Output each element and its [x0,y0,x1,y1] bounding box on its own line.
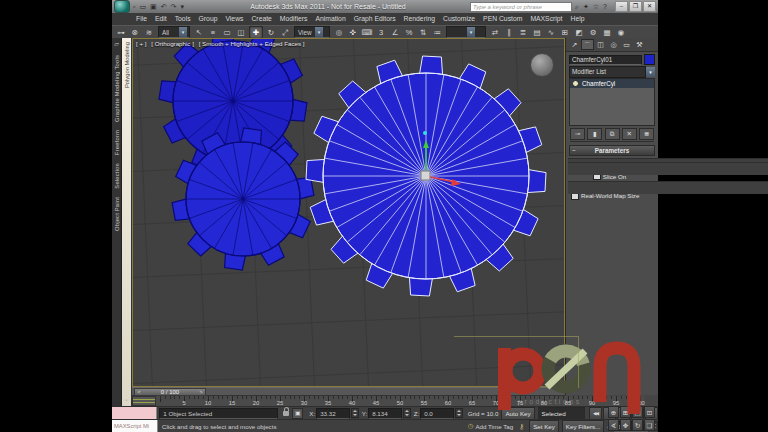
viewport-nav-label[interactable]: [ + ] [136,40,147,47]
configure-modifier-sets-button[interactable]: ≣ [639,128,654,140]
menu-item[interactable]: Rendering [400,13,439,25]
zoom-region-icon[interactable]: ⊡ [644,406,655,418]
zoom-extents-icon[interactable]: ◳ [632,406,643,418]
object-color-swatch[interactable] [644,54,655,65]
mirror-icon[interactable]: ⇄ [489,27,501,38]
make-unique-button[interactable]: ⧉ [605,128,620,140]
menu-item[interactable]: PEN Custom [479,13,526,25]
parameters-rollout-header[interactable]: − Parameters [569,145,655,156]
remove-modifier-button[interactable]: ✕ [622,128,637,140]
menu-item[interactable]: Edit [151,13,171,25]
pin-stack-button[interactable]: ⊸ [570,128,585,140]
select-object-icon[interactable]: ↖ [193,27,205,38]
x-spinner[interactable] [351,408,359,418]
menu-item[interactable]: Help [566,13,588,25]
maxscript-macro-recorder[interactable] [112,407,157,419]
rollout-collapse-icon[interactable]: − [570,147,578,154]
select-by-name-icon[interactable]: ≡ [207,27,219,38]
ribbon-tab[interactable]: Selection [114,163,120,189]
menu-item[interactable]: Animation [311,13,349,25]
go-to-start-button[interactable]: ◀◀ [589,407,602,420]
use-pivot-center-icon[interactable]: ◎ [333,27,345,38]
curve-editor-icon[interactable]: ∿ [545,27,557,38]
render-production-icon[interactable]: ◉ [615,27,627,38]
x-coordinate-field[interactable]: 33.32 [316,408,350,419]
fov-icon[interactable]: ∢ [608,419,619,431]
undo-icon[interactable]: ↶ [159,1,169,12]
menu-item[interactable]: Group [195,13,222,25]
set-key-button[interactable]: Set Key [529,420,559,432]
unlink-selection-icon[interactable]: ⊗ [129,27,141,38]
tab-display[interactable]: ▭ [620,39,633,50]
auto-key-button[interactable]: Auto Key [501,407,534,420]
rect-selection-region-icon[interactable]: ▭ [221,27,233,38]
maximize-viewport-icon[interactable]: ❏ [644,419,655,431]
viewport-label[interactable]: [ + ] [ Orthographic ] [ Smooth + Highli… [136,40,308,47]
open-mini-curve-editor-button[interactable] [132,396,156,406]
object-name-field[interactable]: ChamferCyl01 [569,55,642,65]
menu-item[interactable]: Create [247,13,275,25]
ribbon-tab[interactable]: Object Paint [114,197,120,231]
window-crossing-icon[interactable]: ◫ [235,27,247,38]
tab-motion[interactable]: ◎ [607,39,620,50]
snaps-toggle-icon[interactable]: 3 [375,27,387,38]
schematic-view-icon[interactable]: ⊞ [559,27,571,38]
app-logo-icon[interactable] [114,0,130,13]
viewcube-widget[interactable] [530,53,554,77]
select-and-link-icon[interactable]: ⊶ [115,27,127,38]
perspective-viewport[interactable]: [ + ] [ Orthographic ] [ Smooth + Highli… [132,38,565,387]
modifier-onoff-icon[interactable] [572,80,579,87]
layer-manager-icon[interactable]: ≣ [517,27,529,38]
chevron-down-icon[interactable]: ▾ [179,27,187,37]
viewport-pov-label[interactable]: [ Orthographic ] [151,40,194,47]
select-and-manipulate-icon[interactable]: ✜ [347,27,359,38]
menu-item[interactable]: MAXScript [526,13,566,25]
render-setup-icon[interactable]: ⚙ [587,27,599,38]
absolute-mode-icon[interactable]: ▣ [292,408,303,419]
previous-frame-arrow-icon[interactable]: < [135,389,143,395]
qat-dropdown-icon[interactable]: ▾ [178,1,186,12]
add-time-tag[interactable]: ◷ Add Time Tag [468,422,513,430]
pan-icon[interactable]: ✥ [620,419,631,431]
viewport-canvas[interactable] [133,39,565,387]
graphite-ribbon-icon[interactable]: ▤ [531,27,543,38]
tab-utilities[interactable]: ⚒ [633,39,646,50]
save-file-icon[interactable]: ▣ [148,1,159,12]
angle-snap-icon[interactable]: ∠ [389,27,401,38]
keyboard-override-icon[interactable]: ⌨ [361,27,373,38]
menu-item[interactable]: Views [221,13,247,25]
z-spinner[interactable] [455,408,463,418]
bind-to-space-warp-icon[interactable]: ≋ [143,27,155,38]
redo-icon[interactable]: ↷ [169,1,179,12]
ribbon-tab[interactable]: Graphite Modeling Tools [114,55,120,122]
maxscript-mini-listener[interactable]: MAXScript Mi [112,420,158,432]
viewport-shading-label[interactable]: [ Smooth + Highlights + Edged Faces ] [199,40,305,47]
lock-selection-icon[interactable] [283,411,290,416]
named-sets-dropdown[interactable]: ▾ [446,26,486,38]
minimize-button[interactable]: – [615,1,628,12]
favorites-star-icon[interactable]: ☆ [591,1,601,12]
rendered-frame-icon[interactable]: ▦ [601,27,613,38]
menu-item[interactable]: Modifiers [276,13,312,25]
search-input[interactable] [470,2,572,12]
spinner-snap-icon[interactable]: ⇅ [417,27,429,38]
ribbon-panel-icon[interactable]: ▱ [114,40,119,47]
chevron-down-icon[interactable]: ▾ [315,27,323,37]
ribbon-minimize-icon[interactable]: ▫ [126,397,128,403]
selection-filter-dropdown[interactable]: All ▾ [158,26,190,38]
zoom-icon[interactable]: ⊕ [608,406,619,418]
named-selection-sets-icon[interactable]: ≔ [431,27,443,38]
chevron-down-icon[interactable]: ▾ [467,27,475,37]
menu-item[interactable]: Customize [439,13,479,25]
percent-snap-icon[interactable]: % [403,27,415,38]
search-go-icon[interactable]: ⌕ [573,1,581,12]
material-editor-icon[interactable]: ◩ [573,27,585,38]
communication-center-icon[interactable]: ✦ [581,1,591,12]
menu-item[interactable]: File [132,13,151,25]
z-coordinate-field[interactable]: 0.0 [420,408,454,419]
show-end-result-button[interactable]: ▮ [587,128,602,140]
ribbon-collapsed-panel[interactable]: Polygon Modeling ▫ [121,38,131,406]
tab-create[interactable]: ↗ [568,39,581,50]
help-icon[interactable]: ? [601,1,609,12]
next-frame-arrow-icon[interactable]: > [197,389,205,395]
